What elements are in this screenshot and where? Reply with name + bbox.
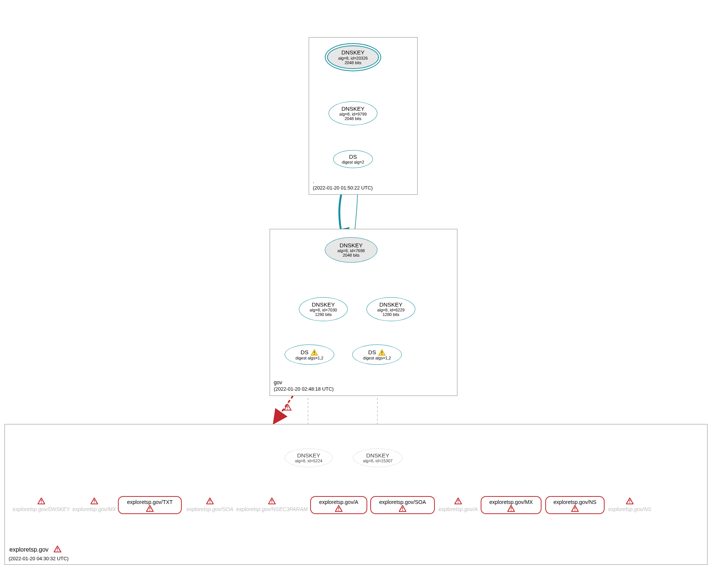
zone-exploretsp-name: exploretsp.gov [9,546,48,553]
warning-icon [378,349,386,356]
warning-icon [146,505,154,512]
node-sub1: alg=8, id=6229 [377,308,405,312]
rr-label: exploretsp.gov/NS [554,499,596,505]
rr-exploretsp-soa[interactable]: exploretsp.gov/SOA [370,496,435,514]
zone-gov-time: (2022-01-20 02:48:18 UTC) [274,386,334,393]
rr-label: exploretsp.gov/TXT [127,499,172,505]
rr-label: exploretsp.gov/SOA [379,499,426,505]
faded-rr-label: exploretsp.gov/NSEC3PARAM [236,506,308,512]
zone-root-time: (2022-01-20 01:50:22 UTC) [313,185,373,191]
node-gov-zsk1[interactable]: DNSKEY alg=8, id=7030 1280 bits [299,297,348,321]
node-sub1: digest alg=2 [342,160,364,164]
warning-icon [91,498,98,504]
faded-rr-label: exploretsp.gov/MX [72,506,116,512]
warning-icon [38,498,45,504]
zone-root-label: . (2022-01-20 01:50:22 UTC) [313,178,373,191]
node-sub2: 1280 bits [383,312,400,317]
node-gov-ksk[interactable]: DNSKEY alg=8, id=7698 2048 bits [325,237,377,263]
zone-root-name: . [313,178,373,185]
node-sub1: alg=8, id=5224 [295,459,323,463]
node-title: DNSKEY [341,106,365,112]
faded-rr-label: exploretsp.gov/NS [608,506,651,512]
node-sub1: alg=8, id=20326 [338,56,368,60]
node-root-ksk[interactable]: DNSKEY alg=8, id=20326 2048 bits [325,43,381,71]
node-gov-zsk2[interactable]: DNSKEY alg=8, id=6229 1280 bits [367,297,415,321]
node-exp-dnskey-5224[interactable]: DNSKEY alg=8, id=5224 [285,448,333,467]
node-sub1: alg=8, id=15307 [363,459,393,463]
node-title: DNSKEY [312,302,335,308]
faded-rr-a: exploretsp.gov/A [438,498,478,512]
faded-rr-label: exploretsp.gov/DNSKEY [13,506,70,512]
warning-icon [454,498,462,504]
faded-rr-soa: exploretsp.gov/SOA [186,498,234,512]
node-sub2: 1280 bits [315,312,332,317]
faded-rr-mx: exploretsp.gov/MX [72,498,116,512]
rr-label: exploretsp.gov/MX [489,499,533,505]
node-gov-ds1[interactable]: DS digest algs=1,2 [285,344,334,365]
node-title: DS [301,349,309,356]
zone-exploretsp: exploretsp.gov (2022-01-20 04:30:32 UTC) [5,424,707,565]
node-sub2: 2048 bits [345,60,362,65]
node-title: DNSKEY [379,302,403,308]
warning-icon [335,505,342,512]
rr-exploretsp-txt[interactable]: exploretsp.gov/TXT [118,496,182,514]
node-root-zsk[interactable]: DNSKEY alg=8, id=9799 2048 bits [329,101,377,125]
warning-icon [399,505,406,512]
node-sub1: digest algs=1,2 [296,356,323,360]
node-sub1: digest algs=1,2 [363,356,391,360]
node-sub2: 2048 bits [345,116,362,121]
node-root-ds[interactable]: DS digest alg=2 [333,150,373,168]
dnssec-graph: . (2022-01-20 01:50:22 UTC) gov (2022-01… [0,0,712,588]
rr-label: exploretsp.gov/A [319,499,358,505]
zone-gov-name: gov [274,379,334,386]
faded-rr-nsec3param: exploretsp.gov/NSEC3PARAM [235,498,309,512]
zone-exploretsp-time: (2022-01-20 04:30:32 UTC) [9,555,69,562]
warning-icon [206,498,214,504]
zone-exploretsp-time-wrap: (2022-01-20 04:30:32 UTC) [9,555,69,562]
rr-exploretsp-ns[interactable]: exploretsp.gov/NS [545,496,605,514]
faded-rr-label: exploretsp.gov/SOA [187,506,234,512]
node-gov-ds2[interactable]: DS digest algs=1,2 [352,344,402,365]
warning-icon [54,546,63,554]
node-sub2: 2048 bits [343,253,360,257]
node-title: DS [368,349,376,356]
node-title: DNSKEY [339,242,363,249]
faded-rr-dnskey: exploretsp.gov/DNSKEY [11,498,71,512]
node-title: DS [349,154,357,160]
node-sub1: alg=8, id=7030 [310,308,337,312]
node-title: DNSKEY [341,50,365,56]
rr-exploretsp-mx[interactable]: exploretsp.gov/MX [481,496,542,514]
warning-icon [268,498,276,504]
faded-rr-label: exploretsp.gov/A [439,506,478,512]
node-sub1: alg=8, id=7698 [338,248,365,253]
zone-gov-label: gov (2022-01-20 02:48:18 UTC) [274,379,334,393]
warning-icon [626,498,634,504]
faded-rr-ns: exploretsp.gov/NS [608,498,652,512]
node-title: DNSKEY [366,453,389,459]
node-title: DNSKEY [297,453,320,459]
node-exp-dnskey-15307[interactable]: DNSKEY alg=8, id=15307 [353,448,403,467]
rr-exploretsp-a[interactable]: exploretsp.gov/A [310,496,367,514]
zone-exploretsp-title: exploretsp.gov [9,546,63,554]
warning-icon [571,505,579,512]
node-sub1: alg=8, id=9799 [339,112,367,116]
warning-icon [311,349,318,356]
warning-icon [507,505,515,512]
